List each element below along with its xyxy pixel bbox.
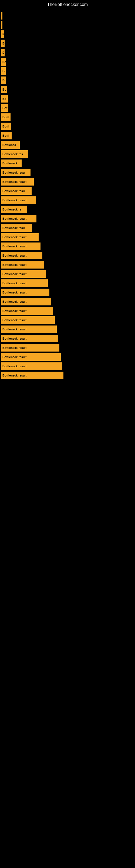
- bar-5: Bo: [1, 58, 6, 66]
- bar-38: Bottleneck result: [1, 362, 62, 370]
- bar-35: Bottleneck result: [1, 335, 58, 342]
- bar-19: Bottleneck resu: [1, 187, 32, 195]
- bar-row: Bottleneck resu: [1, 224, 135, 231]
- bar-row: Bottleneck resu: [1, 169, 135, 176]
- bar-row: Bottleneck result: [1, 279, 135, 287]
- bar-2: E: [1, 30, 4, 38]
- bar-0: [1, 12, 2, 20]
- bar-row: Bottlenec: [1, 141, 135, 149]
- bar-row: Bottl: [1, 132, 135, 140]
- bar-23: Bottleneck resu: [1, 224, 32, 231]
- bar-row: Bottleneck: [1, 159, 135, 167]
- bar-18: Bottleneck result: [1, 178, 34, 186]
- bar-row: Bottleneck result: [1, 362, 135, 370]
- bar-36: Bottleneck result: [1, 344, 59, 351]
- bar-row: Bottleneck result: [1, 307, 135, 315]
- bar-9: Bo: [1, 95, 8, 102]
- bar-row: Bottleneck result: [1, 215, 135, 222]
- bar-row: Bo: [1, 86, 135, 93]
- bar-16: Bottleneck: [1, 159, 21, 167]
- bar-row: Bottleneck result: [1, 243, 135, 250]
- bar-17: Bottleneck resu: [1, 169, 31, 176]
- bar-row: Bottleneck result: [1, 344, 135, 351]
- bar-row: Bottleneck result: [1, 252, 135, 259]
- bar-3: B: [1, 40, 5, 47]
- bar-row: B: [1, 40, 135, 47]
- bar-row: Bottl: [1, 113, 135, 121]
- bar-34: Bottleneck result: [1, 326, 57, 333]
- bar-14: Bottlenec: [1, 141, 20, 149]
- bar-10: Bot: [1, 104, 8, 112]
- bar-row: Bottleneck result: [1, 353, 135, 361]
- bar-15: Bottleneck res: [1, 150, 28, 158]
- bar-row: E: [1, 30, 135, 38]
- bar-7: B: [1, 76, 6, 84]
- bar-32: Bottleneck result: [1, 307, 53, 315]
- bar-row: Bo: [1, 95, 135, 102]
- bar-row: Bo: [1, 58, 135, 66]
- site-title: TheBottlenecker.com: [0, 0, 135, 9]
- bar-row: Bottleneck re: [1, 206, 135, 213]
- bars-container: EBEBoBBBoBoBotBottlBottlBottlBottlenecBo…: [0, 9, 135, 383]
- bar-31: Bottleneck result: [1, 298, 51, 305]
- bar-row: Bottleneck resu: [1, 187, 135, 195]
- bar-4: E: [1, 49, 5, 56]
- bar-1: [1, 21, 2, 29]
- bar-22: Bottleneck result: [1, 215, 37, 222]
- bar-row: Bottleneck result: [1, 298, 135, 305]
- bar-row: Bottleneck result: [1, 326, 135, 333]
- bar-row: B: [1, 76, 135, 84]
- bar-row: Bottleneck result: [1, 289, 135, 296]
- bar-row: Bot: [1, 104, 135, 112]
- bar-11: Bottl: [1, 113, 10, 121]
- bar-21: Bottleneck re: [1, 206, 27, 213]
- bar-33: Bottleneck result: [1, 316, 55, 324]
- bar-row: Bottleneck result: [1, 233, 135, 241]
- bar-26: Bottleneck result: [1, 252, 42, 259]
- bar-8: Bo: [1, 86, 7, 93]
- bar-6: B: [1, 67, 6, 75]
- bar-29: Bottleneck result: [1, 279, 48, 287]
- bar-row: [1, 12, 135, 20]
- bar-24: Bottleneck result: [1, 233, 39, 241]
- bar-row: Bottleneck result: [1, 335, 135, 342]
- bar-row: Bottleneck result: [1, 316, 135, 324]
- bar-row: Bottleneck result: [1, 196, 135, 204]
- bar-12: Bottl: [1, 123, 11, 130]
- bar-row: Bottleneck result: [1, 178, 135, 186]
- bar-row: Bottleneck res: [1, 150, 135, 158]
- bar-25: Bottleneck result: [1, 243, 41, 250]
- bar-28: Bottleneck result: [1, 270, 46, 278]
- bar-27: Bottleneck result: [1, 261, 44, 269]
- bar-30: Bottleneck result: [1, 289, 49, 296]
- bar-row: Bottl: [1, 123, 135, 130]
- bar-row: Bottleneck result: [1, 270, 135, 278]
- bar-row: [1, 21, 135, 29]
- bar-row: E: [1, 49, 135, 56]
- bar-row: Bottleneck result: [1, 372, 135, 379]
- bar-37: Bottleneck result: [1, 353, 61, 361]
- bar-13: Bottl: [1, 132, 12, 140]
- bar-row: Bottleneck result: [1, 261, 135, 269]
- bar-20: Bottleneck result: [1, 196, 36, 204]
- bar-row: B: [1, 67, 135, 75]
- bar-39: Bottleneck result: [1, 372, 63, 379]
